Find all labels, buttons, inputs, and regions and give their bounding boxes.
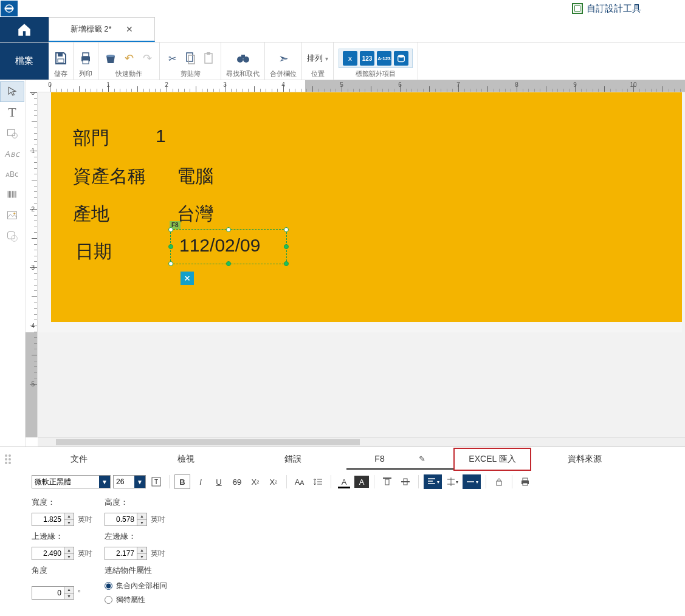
radio-all-same[interactable]: 集合內全部相同 bbox=[105, 581, 196, 591]
sort-dropdown[interactable]: 排列 bbox=[307, 53, 328, 64]
panel-tabs: 文件 檢視 錯誤 F8✎ EXCEL 匯入 資料來源 bbox=[0, 447, 685, 471]
num-icon[interactable]: 123 bbox=[360, 51, 374, 66]
selection-box[interactable]: F8 112/02/09 bbox=[170, 229, 287, 264]
up-icon[interactable]: ▲ bbox=[64, 587, 74, 594]
width-spinner[interactable]: ▲▼ bbox=[32, 513, 74, 526]
text-direction-button[interactable]: ▾ bbox=[463, 474, 481, 489]
svg-rect-50 bbox=[523, 483, 528, 485]
chevron-down-icon[interactable]: ▼ bbox=[99, 476, 110, 488]
field-value-dept[interactable]: 1 bbox=[156, 126, 166, 146]
line-spacing-button[interactable] bbox=[310, 474, 326, 489]
ribbon-sort[interactable]: 排列 位置 bbox=[302, 43, 334, 80]
close-icon[interactable]: ✕ bbox=[126, 24, 133, 34]
ribbon-find[interactable]: 尋找和取代 bbox=[221, 43, 265, 80]
db-icon[interactable] bbox=[394, 51, 408, 66]
drag-handle[interactable] bbox=[5, 454, 13, 464]
horizontal-scrollbar[interactable] bbox=[38, 437, 685, 447]
font-size-input[interactable] bbox=[114, 477, 134, 486]
down-icon[interactable]: ▼ bbox=[137, 520, 146, 526]
pencil-icon[interactable]: ✎ bbox=[419, 454, 425, 464]
top-spinner[interactable]: ▲▼ bbox=[32, 547, 74, 560]
svg-rect-18 bbox=[8, 129, 15, 135]
height-spinner[interactable]: ▲▼ bbox=[105, 513, 147, 526]
ribbon-print[interactable]: 列印 bbox=[74, 43, 98, 80]
home-icon bbox=[16, 22, 32, 38]
custom-design-tool-link[interactable]: 自訂設計工具 bbox=[572, 3, 641, 15]
radio-unique[interactable]: 獨特屬性 bbox=[105, 595, 196, 605]
field-label-dept[interactable]: 部門 bbox=[73, 126, 109, 151]
tab-f8[interactable]: F8✎ bbox=[346, 449, 453, 470]
tab-error[interactable]: 錯誤 bbox=[239, 449, 346, 470]
up-icon[interactable]: ▲ bbox=[137, 513, 146, 520]
field-value-origin[interactable]: 台灣 bbox=[177, 202, 213, 227]
seq-icon[interactable]: A·123 bbox=[377, 51, 391, 66]
ribbon-extra[interactable]: X 123 A·123 標籤額外項目 bbox=[334, 43, 418, 80]
field-value-date[interactable]: 112/02/09 bbox=[179, 235, 260, 256]
xls-icon[interactable]: X bbox=[343, 51, 357, 66]
excel-link-icon[interactable] bbox=[181, 272, 194, 285]
file-menu[interactable]: 檔案 bbox=[0, 43, 49, 80]
underline-button[interactable]: U bbox=[211, 474, 227, 489]
font-family-input[interactable] bbox=[32, 477, 99, 486]
fit-text-button[interactable]: T bbox=[148, 474, 164, 489]
subscript-button[interactable]: X2 bbox=[247, 474, 263, 489]
highlight-button[interactable]: A bbox=[354, 476, 369, 488]
font-family-combo[interactable]: ▼ bbox=[32, 475, 111, 488]
ribbon-quick[interactable]: ↶ ↷ 快速動作 bbox=[98, 43, 160, 80]
redo-icon: ↷ bbox=[140, 51, 154, 66]
font-color-button[interactable]: A bbox=[336, 474, 352, 489]
up-icon[interactable]: ▲ bbox=[64, 513, 74, 520]
up-icon[interactable]: ▲ bbox=[64, 547, 74, 554]
home-tab[interactable] bbox=[0, 17, 49, 42]
angle-spinner[interactable]: ▲▼ bbox=[32, 586, 74, 600]
align-left-button[interactable]: ▾ bbox=[424, 474, 442, 489]
image-tool[interactable] bbox=[0, 205, 24, 226]
svg-point-7 bbox=[106, 55, 115, 57]
barcode-tool[interactable] bbox=[0, 185, 24, 205]
tab-data-source[interactable]: 資料來源 bbox=[531, 449, 638, 470]
bucket-icon bbox=[103, 51, 118, 66]
up-icon[interactable]: ▲ bbox=[137, 547, 146, 554]
down-icon[interactable]: ▼ bbox=[64, 554, 74, 560]
shape-tool[interactable] bbox=[0, 226, 24, 247]
italic-button[interactable]: I bbox=[193, 474, 208, 489]
svg-rect-2 bbox=[58, 53, 63, 56]
chevron-down-icon[interactable]: ▼ bbox=[134, 476, 145, 488]
field-label-asset[interactable]: 資產名稱 bbox=[73, 164, 146, 189]
lock-button[interactable] bbox=[491, 474, 507, 489]
align-middle-button[interactable] bbox=[398, 474, 413, 489]
tab-document[interactable]: 文件 bbox=[26, 449, 133, 470]
strike-button[interactable]: 69 bbox=[229, 474, 245, 489]
down-icon[interactable]: ▼ bbox=[64, 594, 74, 600]
ribbon-clipboard[interactable]: ✂ 剪貼簿 bbox=[160, 43, 221, 80]
font-size-combo[interactable]: ▼ bbox=[113, 475, 146, 488]
top-label: 上邊緣： bbox=[32, 531, 105, 542]
date-tool[interactable] bbox=[0, 123, 24, 143]
tab-excel-import[interactable]: EXCEL 匯入 bbox=[453, 448, 531, 471]
label-page[interactable]: 部門 1 資產名稱 電腦 產地 台灣 日期 F8 112/02/09 bbox=[51, 92, 682, 322]
canvas-scroll[interactable]: 部門 1 資產名稱 電腦 產地 台灣 日期 F8 112/02/09 bbox=[38, 92, 685, 437]
left-spinner[interactable]: ▲▼ bbox=[105, 547, 147, 560]
case-button[interactable]: Aᴀ bbox=[292, 474, 308, 489]
paste-icon bbox=[201, 51, 216, 66]
bold-button[interactable]: B bbox=[174, 474, 190, 489]
rich-text-tool[interactable]: ᴀBᴄ bbox=[0, 164, 24, 185]
superscript-button[interactable]: X2 bbox=[266, 474, 281, 489]
field-label-date[interactable]: 日期 bbox=[75, 239, 112, 264]
distribute-v-button[interactable]: ▾ bbox=[444, 474, 460, 489]
pointer-tool[interactable] bbox=[0, 81, 24, 102]
document-tab[interactable]: 新增標籤 2* ✕ bbox=[49, 17, 155, 42]
field-label-origin[interactable]: 產地 bbox=[73, 202, 109, 227]
ribbon-save[interactable]: 儲存 bbox=[49, 43, 74, 80]
down-icon[interactable]: ▼ bbox=[64, 520, 74, 526]
align-top-button[interactable] bbox=[379, 474, 395, 489]
arc-text-tool[interactable]: Aʙᴄ bbox=[0, 143, 24, 164]
ribbon-merge[interactable]: ➣ 合併欄位 bbox=[265, 43, 302, 80]
save-icon bbox=[53, 51, 68, 66]
tab-view[interactable]: 檢視 bbox=[133, 449, 239, 470]
print-object-button[interactable] bbox=[517, 474, 533, 489]
down-icon[interactable]: ▼ bbox=[137, 554, 146, 560]
canvas[interactable]: 部門 1 資產名稱 電腦 產地 台灣 日期 F8 112/02/09 bbox=[38, 92, 682, 332]
field-value-asset[interactable]: 電腦 bbox=[177, 164, 213, 189]
text-tool[interactable]: T bbox=[0, 102, 24, 123]
